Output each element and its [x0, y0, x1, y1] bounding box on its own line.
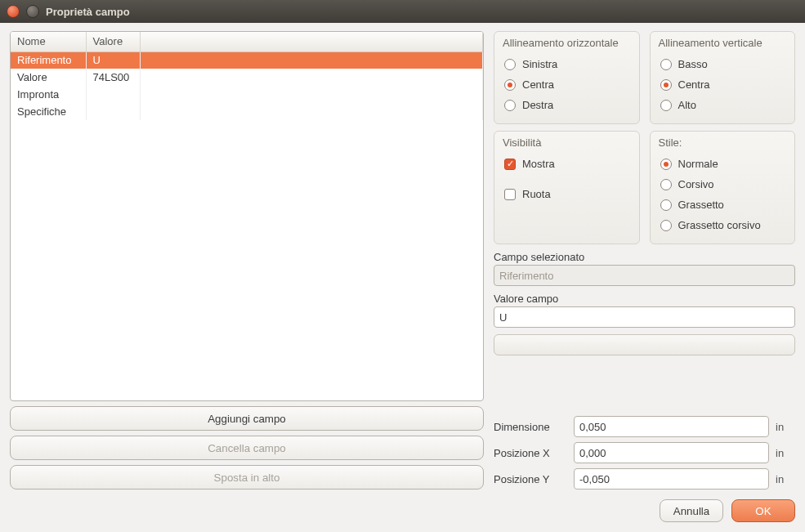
cell-name: Valore [11, 69, 86, 86]
radio-icon [660, 100, 672, 111]
visibility-panel: Visibilità Mostra Ruota [494, 131, 640, 244]
size-unit: in [776, 421, 795, 433]
dimensions-grid: Dimensione in Posizione X in Posizione Y… [494, 416, 795, 490]
radio-icon [660, 199, 672, 211]
posy-label: Posizione Y [494, 473, 567, 485]
move-up-button[interactable]: Sposta in alto [10, 465, 484, 490]
halign-title: Allineamento orizzontale [503, 37, 631, 49]
halign-right[interactable]: Destra [503, 95, 631, 115]
fields-table[interactable]: Nome Valore Riferimento U Valore [10, 31, 484, 401]
field-selected-label: Campo selezionato [494, 251, 795, 263]
radio-icon [504, 79, 516, 91]
halign-center[interactable]: Centra [503, 74, 631, 95]
radio-icon [660, 220, 672, 231]
table-row[interactable]: Specifiche [11, 103, 483, 120]
radio-icon [660, 179, 672, 190]
table-row[interactable]: Riferimento U [11, 51, 483, 69]
style-panel: Stile: Normale Corsivo Grassetto Grasset… [650, 131, 796, 244]
checkbox-icon [504, 159, 516, 170]
valign-center[interactable]: Centra [659, 74, 787, 95]
close-icon[interactable] [7, 5, 20, 18]
radio-icon [660, 59, 672, 70]
cell-value: U [86, 51, 140, 69]
table-row[interactable]: Valore 74LS00 [11, 69, 483, 86]
posy-unit: in [776, 473, 795, 485]
style-italic[interactable]: Corsivo [659, 174, 787, 194]
field-value-label: Valore campo [494, 293, 795, 305]
titlebar: Proprietà campo [0, 0, 805, 23]
cancel-button[interactable]: Annulla [660, 499, 723, 522]
minimize-icon[interactable] [26, 5, 39, 18]
visibility-title: Visibilità [503, 136, 631, 149]
cell-name: Specifiche [11, 103, 86, 120]
posy-input[interactable] [574, 468, 769, 490]
radio-icon [660, 159, 672, 170]
add-field-button[interactable]: Aggiungi campo [10, 406, 484, 431]
halign-left[interactable]: Sinistra [503, 54, 631, 74]
radio-icon [504, 100, 516, 111]
browse-button[interactable] [494, 334, 795, 355]
cell-value: 74LS00 [86, 69, 140, 86]
checkbox-icon [504, 189, 516, 200]
ok-button[interactable]: OK [731, 499, 795, 522]
delete-field-button[interactable]: Cancella campo [10, 436, 484, 460]
size-input[interactable] [574, 416, 769, 437]
radio-icon [660, 79, 672, 91]
cell-value [86, 86, 140, 103]
posx-input[interactable] [574, 442, 769, 463]
valign-title: Allineamento verticale [659, 37, 787, 49]
cell-name: Impronta [11, 86, 86, 103]
cell-value [86, 103, 140, 120]
rotate-checkbox[interactable]: Ruota [503, 184, 631, 204]
style-bolditalic[interactable]: Grassetto corsivo [659, 215, 787, 235]
field-selected-input [494, 265, 795, 286]
col-header-name[interactable]: Nome [11, 32, 86, 51]
style-title: Stile: [659, 136, 787, 149]
valign-panel: Allineamento verticale Basso Centra Alto [650, 31, 796, 124]
cell-name: Riferimento [11, 51, 86, 69]
col-header-value[interactable]: Valore [86, 32, 140, 51]
posx-unit: in [776, 447, 795, 459]
style-bold[interactable]: Grassetto [659, 194, 787, 215]
radio-icon [504, 59, 516, 70]
posx-label: Posizione X [494, 447, 567, 459]
dialog-content: Nome Valore Riferimento U Valore [0, 23, 805, 532]
size-label: Dimensione [494, 421, 567, 433]
window-title: Proprietà campo [46, 6, 130, 18]
col-header-blank [140, 32, 483, 51]
dialog-footer: Annulla OK [10, 496, 795, 522]
field-value-input[interactable] [494, 306, 795, 328]
valign-bottom[interactable]: Basso [659, 54, 787, 74]
style-normal[interactable]: Normale [659, 154, 787, 174]
halign-panel: Allineamento orizzontale Sinistra Centra… [494, 31, 640, 124]
table-row[interactable]: Impronta [11, 86, 483, 103]
valign-top[interactable]: Alto [659, 95, 787, 115]
show-checkbox[interactable]: Mostra [503, 154, 631, 174]
